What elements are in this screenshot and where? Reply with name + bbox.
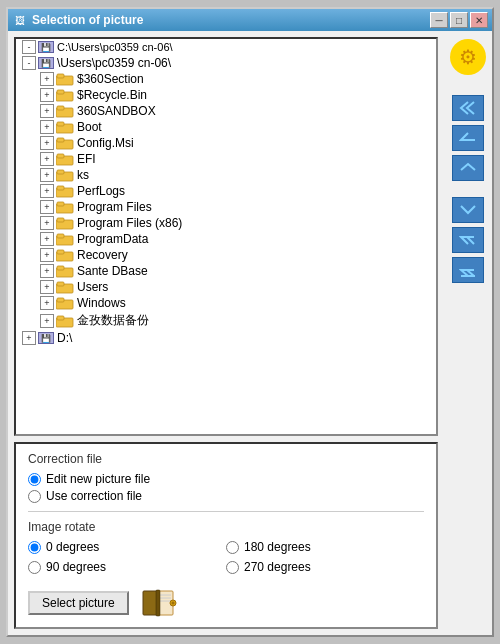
- tree-item-programfiles[interactable]: + Program Files: [16, 199, 436, 215]
- tree-label-windows: Windows: [77, 296, 126, 310]
- close-button[interactable]: ✕: [470, 12, 488, 28]
- tree-item-santedb[interactable]: + Sante DBase: [16, 263, 436, 279]
- rotate-label-270: 270 degrees: [244, 560, 311, 574]
- expand-icon-jinzi[interactable]: +: [40, 314, 54, 328]
- tree-label-root: \Users\pc0359 cn-06\: [57, 56, 171, 70]
- expand-icon-recovery[interactable]: +: [40, 248, 54, 262]
- svg-rect-1: [57, 74, 64, 78]
- tree-item-windows[interactable]: + Windows: [16, 295, 436, 311]
- tree-item-drived[interactable]: +💾D:\: [16, 330, 436, 346]
- tree-item-perflogs[interactable]: + PerfLogs: [16, 183, 436, 199]
- tree-item-ks[interactable]: + ks: [16, 167, 436, 183]
- svg-rect-9: [57, 138, 64, 142]
- svg-point-39: [171, 602, 174, 605]
- file-tree[interactable]: - 💾 C:\Users\pc0359 cn-06\ -💾\Users\pc03…: [14, 37, 438, 436]
- correction-radio2-row: Use correction file: [28, 489, 424, 503]
- folder-icon-jinzi: [56, 314, 74, 328]
- correction-radio2[interactable]: [28, 490, 41, 503]
- tree-item-recycle[interactable]: + $Recycle.Bin: [16, 87, 436, 103]
- nav-up-button[interactable]: [452, 125, 484, 151]
- correction-radio1[interactable]: [28, 473, 41, 486]
- rotate-270-row: 270 degrees: [226, 560, 424, 574]
- window-controls: ─ □ ✕: [430, 12, 488, 28]
- expand-icon-users[interactable]: +: [40, 280, 54, 294]
- expand-icon-recycle[interactable]: +: [40, 88, 54, 102]
- folder-icon-perflogs: [56, 184, 74, 198]
- bottom-panel: Correction file Edit new picture file Us…: [14, 442, 438, 629]
- tree-label-recycle: $Recycle.Bin: [77, 88, 147, 102]
- folder-icon-windows: [56, 296, 74, 310]
- expand-icon-programfilesx86[interactable]: +: [40, 216, 54, 230]
- tree-label-boot: Boot: [77, 120, 102, 134]
- svg-rect-27: [57, 282, 64, 286]
- tree-item-programfilesx86[interactable]: + Program Files (x86): [16, 215, 436, 231]
- svg-rect-37: [156, 590, 160, 616]
- folder-icon-programdata: [56, 232, 74, 246]
- drive-icon-root: 💾: [38, 57, 54, 69]
- tree-label-drived: D:\: [57, 331, 72, 345]
- tree-item-root[interactable]: - 💾 C:\Users\pc0359 cn-06\: [16, 39, 436, 55]
- expand-icon-root[interactable]: -: [22, 40, 36, 54]
- minimize-button[interactable]: ─: [430, 12, 448, 28]
- tree-label-recovery: Recovery: [77, 248, 128, 262]
- expand-icon-ks[interactable]: +: [40, 168, 54, 182]
- rotate-radio-180[interactable]: [226, 541, 239, 554]
- expand-icon-efi[interactable]: +: [40, 152, 54, 166]
- folder-icon-recovery: [56, 248, 74, 262]
- tree-item-jinzi[interactable]: + 金孜数据备份: [16, 311, 436, 330]
- correction-label: Correction file: [28, 452, 424, 466]
- nav-down-button[interactable]: [452, 227, 484, 253]
- svg-rect-7: [57, 122, 64, 126]
- tree-item-boot[interactable]: + Boot: [16, 119, 436, 135]
- svg-rect-21: [57, 234, 64, 238]
- gear-button[interactable]: ⚙: [450, 39, 486, 75]
- nav-next-button[interactable]: [452, 197, 484, 223]
- tree-item-recovery[interactable]: + Recovery: [16, 247, 436, 263]
- tree-label-programfiles: Program Files: [77, 200, 152, 214]
- tree-label-users: Users: [77, 280, 108, 294]
- expand-icon-360sandbox[interactable]: +: [40, 104, 54, 118]
- nav-first-button[interactable]: [452, 95, 484, 121]
- expand-icon-360section[interactable]: +: [40, 72, 54, 86]
- folder-icon-recycle: [56, 88, 74, 102]
- expand-icon-boot[interactable]: +: [40, 120, 54, 134]
- maximize-button[interactable]: □: [450, 12, 468, 28]
- expand-icon-windows[interactable]: +: [40, 296, 54, 310]
- tree-item-users[interactable]: + Users: [16, 279, 436, 295]
- correction-radio1-label[interactable]: Edit new picture file: [46, 472, 150, 486]
- book-icon: [139, 587, 179, 619]
- folder-icon-boot: [56, 120, 74, 134]
- window-icon: 🖼: [12, 12, 28, 28]
- expand-icon-root[interactable]: -: [22, 56, 36, 70]
- rotate-radio-90[interactable]: [28, 561, 41, 574]
- svg-rect-13: [57, 170, 64, 174]
- expand-icon-drived[interactable]: +: [22, 331, 36, 345]
- tree-item-programdata[interactable]: + ProgramData: [16, 231, 436, 247]
- folder-icon-santedb: [56, 264, 74, 278]
- tree-item-360sandbox[interactable]: + 360SANDBOX: [16, 103, 436, 119]
- expand-icon-perflogs[interactable]: +: [40, 184, 54, 198]
- select-picture-button[interactable]: Select picture: [28, 591, 129, 615]
- tree-item-efi[interactable]: + EFI: [16, 151, 436, 167]
- svg-rect-31: [57, 316, 64, 320]
- correction-group: Edit new picture file Use correction fil…: [28, 472, 424, 503]
- correction-radio2-label[interactable]: Use correction file: [46, 489, 142, 503]
- expand-icon-santedb[interactable]: +: [40, 264, 54, 278]
- drive-icon-root: 💾: [38, 41, 54, 53]
- window-title: Selection of picture: [32, 13, 430, 27]
- expand-icon-programfiles[interactable]: +: [40, 200, 54, 214]
- tree-item-root[interactable]: -💾\Users\pc0359 cn-06\: [16, 55, 436, 71]
- svg-rect-29: [57, 298, 64, 302]
- tree-item-360section[interactable]: + $360Section: [16, 71, 436, 87]
- tree-item-configmsi[interactable]: + Config.Msi: [16, 135, 436, 151]
- nav-last-button[interactable]: [452, 257, 484, 283]
- folder-icon-configmsi: [56, 136, 74, 150]
- nav-prev-button[interactable]: [452, 155, 484, 181]
- expand-icon-configmsi[interactable]: +: [40, 136, 54, 150]
- expand-icon-programdata[interactable]: +: [40, 232, 54, 246]
- folder-icon-360section: [56, 72, 74, 86]
- right-sidebar: ⚙: [444, 31, 492, 635]
- rotate-radio-0[interactable]: [28, 541, 41, 554]
- rotate-radio-270[interactable]: [226, 561, 239, 574]
- tree-label-jinzi: 金孜数据备份: [77, 312, 149, 329]
